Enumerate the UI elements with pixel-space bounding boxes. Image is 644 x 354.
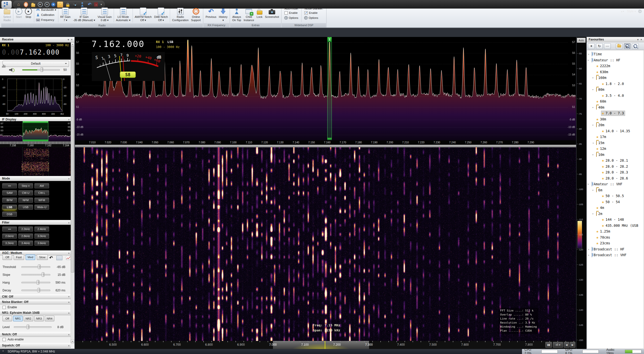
- agc-med-button[interactable]: Med: [26, 254, 35, 260]
- tree-item[interactable]: ›Broadcast :: HF: [587, 247, 643, 253]
- agc-slope-slider[interactable]: [21, 272, 50, 277]
- frequency-button[interactable]: Frequency: [36, 17, 56, 22]
- scroll-down-icon[interactable]: ▼: [71, 339, 74, 343]
- tree-item[interactable]: ★4m: [587, 205, 643, 211]
- filter-header[interactable]: Filter▴: [0, 220, 71, 225]
- button-32khz[interactable]: 3.2kHz: [2, 241, 17, 246]
- child-instance-button[interactable]: Child Instance: [242, 7, 255, 23]
- agc-threshold-slider[interactable]: [21, 264, 50, 269]
- slider-handle[interactable]: [41, 67, 43, 72]
- always-on-top-button[interactable]: Always On Top: [231, 7, 242, 23]
- panel-close-icon[interactable]: ×: [71, 38, 72, 41]
- favourite-icon[interactable]: ★: [57, 2, 63, 8]
- lock-icon[interactable]: [65, 2, 70, 7]
- tree-item[interactable]: ★1.8 - 2.0: [587, 81, 643, 87]
- button-nfm[interactable]: NFM: [18, 198, 33, 203]
- agc-fast-button[interactable]: Fast: [14, 254, 24, 260]
- nr-nr1-button[interactable]: NR1: [13, 316, 23, 321]
- chevron-down-icon[interactable]: ›: [587, 59, 590, 61]
- button-lsb[interactable]: LSB: [2, 205, 17, 210]
- auto-mute-enable[interactable]: Enable: [285, 11, 299, 15]
- chevron-right-icon[interactable]: ›: [592, 141, 594, 145]
- select-radio-button[interactable]: Select Radio: [2, 7, 12, 23]
- favourite-folder-button[interactable]: [616, 43, 623, 49]
- agc-undo-icon[interactable]: ↶: [49, 255, 53, 260]
- button-step[interactable]: Step ≡: [18, 183, 33, 188]
- scrollbar-thumb[interactable]: [71, 46, 74, 273]
- antenna-icon[interactable]: [79, 2, 85, 7]
- tree-item[interactable]: ★28.0 - 28.2: [587, 164, 643, 170]
- play-icon[interactable]: ▶: [38, 2, 43, 7]
- tree-item[interactable]: ★1.25m: [587, 229, 643, 235]
- noise-blanker-enable-checkbox[interactable]: [304, 11, 308, 15]
- button-bfm[interactable]: BFM: [2, 198, 17, 203]
- notch-auto-enable-row[interactable]: Auto enable: [3, 338, 24, 341]
- chevron-down-icon[interactable]: ›: [587, 183, 590, 185]
- agc-slow-button[interactable]: Slow: [37, 254, 48, 260]
- agc-envelope-icon[interactable]: [56, 256, 62, 260]
- button-[interactable]: •••: [2, 183, 17, 188]
- tree-item[interactable]: ›10m: [587, 152, 643, 158]
- notch-auto-enable-checkbox[interactable]: [3, 338, 6, 341]
- tree-item[interactable]: ›80m: [587, 87, 643, 93]
- tree-item[interactable]: ★144 - 148: [587, 217, 643, 223]
- volume-slider[interactable]: [22, 67, 60, 72]
- screenshot-button[interactable]: Screenshot: [264, 7, 280, 23]
- style-menu[interactable]: Style ▾: [627, 10, 636, 13]
- button-usb[interactable]: USB: [18, 205, 33, 210]
- ribbon-collapse-icon[interactable]: ▲▼: [621, 11, 624, 12]
- tree-item[interactable]: ›2m: [587, 211, 643, 217]
- spectrum-display[interactable]: 7.162.000 RX 1LSB 100 - 3000 Hz 13579+20…: [75, 37, 576, 140]
- button-wideu[interactable]: Wide-U: [34, 205, 49, 210]
- tree-item[interactable]: ★28.0 - 28.3: [587, 170, 643, 176]
- tree-item[interactable]: ›160m: [587, 75, 643, 81]
- frequency-readout[interactable]: RX 1 100 - 3000 Hz 0.007.162.000: [0, 42, 71, 60]
- chevron-down-icon[interactable]: ›: [591, 124, 595, 126]
- tree-item[interactable]: ★12m: [587, 146, 643, 152]
- tree-item[interactable]: ★30m: [587, 117, 643, 123]
- home-icon[interactable]: ⌂: [16, 2, 21, 7]
- qat-more-icon[interactable]: ▾: [101, 3, 102, 6]
- waterfall-scroll-right-button[interactable]: ▶: [570, 342, 575, 348]
- history-button[interactable]: History ▾: [218, 7, 229, 23]
- button-24khz[interactable]: 2.4kHz: [34, 227, 49, 232]
- chevron-right-icon[interactable]: ›: [588, 52, 590, 56]
- add-icon[interactable]: +: [51, 3, 55, 7]
- chevron-down-icon[interactable]: ›: [591, 89, 595, 91]
- noise-blanker-enable[interactable]: Enable: [304, 11, 323, 15]
- waterfall-scroll-left-button[interactable]: ◀: [564, 342, 569, 348]
- tree-item[interactable]: ★14.0 - 14.35: [587, 128, 643, 135]
- profile-dropdown[interactable]: Default: [3, 61, 69, 67]
- noise-blanker-header[interactable]: Noise Blanker: Off▴: [0, 299, 71, 304]
- button-34khz[interactable]: 3.4kHz: [18, 241, 33, 246]
- button-30khz[interactable]: 3.0kHz: [34, 234, 49, 239]
- chevron-down-icon[interactable]: ›: [591, 77, 595, 79]
- slider-handle[interactable]: [37, 288, 40, 292]
- tree-item[interactable]: ★60m: [587, 99, 643, 105]
- tree-item[interactable]: ›15m: [587, 140, 643, 146]
- nr-nr3-button[interactable]: NR3: [34, 316, 44, 321]
- tree-item[interactable]: ★28.0 - 28.1: [587, 158, 643, 164]
- tree-item[interactable]: ★3.5 - 4.0: [587, 93, 643, 99]
- tree-item[interactable]: ★435.000 MHz (USB: [587, 223, 643, 229]
- button-26khz[interactable]: 2.6kHz: [2, 234, 17, 239]
- settings-gear-icon[interactable]: [638, 10, 641, 13]
- tree-item[interactable]: ★23cms: [587, 241, 643, 247]
- lo-mode-button[interactable]: LO Mode Automatic ▾: [115, 7, 132, 23]
- nr-level-slider[interactable]: [14, 325, 52, 329]
- favourite-zoom-in-button[interactable]: +: [624, 43, 631, 49]
- tree-item[interactable]: ›Broadcast :: VHF: [587, 252, 643, 258]
- tree-item[interactable]: ★50 - 54: [587, 199, 643, 205]
- tree-item[interactable]: ★28.0 - 28.6: [587, 176, 643, 182]
- rx-marker-band[interactable]: [327, 42, 332, 138]
- waterfall-db-scale[interactable]: Auto -55-60-65-70-75-80-85-90-95-100-105…: [577, 37, 586, 349]
- waterfall-zoom-dropdown[interactable]: x5 ▾: [553, 342, 563, 348]
- cw-header[interactable]: CW: Off▾: [0, 294, 71, 299]
- lock-button[interactable]: Lock: [255, 7, 264, 23]
- nb-enable-row[interactable]: Enable: [3, 305, 17, 309]
- button-[interactable]: •••: [2, 227, 17, 232]
- chevron-right-icon[interactable]: ›: [588, 253, 590, 257]
- waterfall-frequency-axis[interactable]: ▮▮ x5 ▾ ◀ ▶ 6.5006.6006.7006.8006.9007.0…: [75, 341, 576, 349]
- tree-item[interactable]: ›6m: [587, 188, 643, 194]
- favourite-add-button[interactable]: +: [588, 43, 595, 49]
